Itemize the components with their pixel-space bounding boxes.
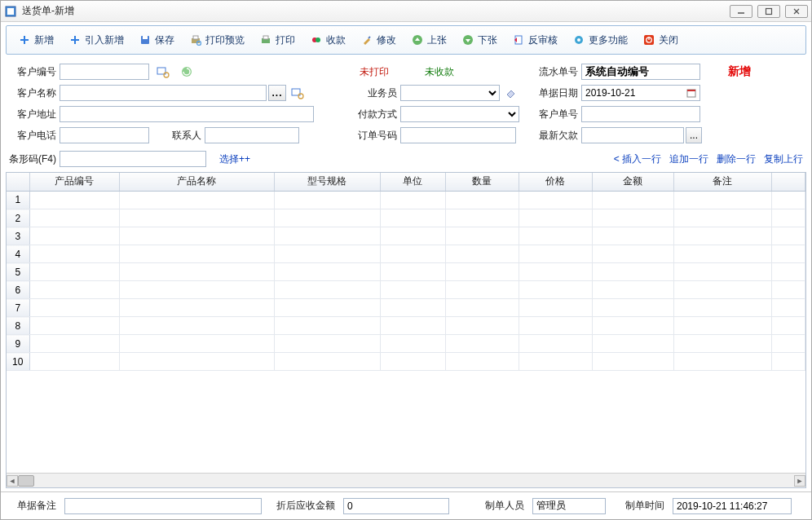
customer-name-input[interactable]: [60, 85, 267, 101]
contact-input[interactable]: [205, 127, 299, 143]
cell[interactable]: [771, 299, 805, 317]
cell[interactable]: [380, 299, 445, 317]
cell[interactable]: [445, 209, 519, 227]
cell[interactable]: [673, 299, 771, 317]
cell[interactable]: [29, 281, 119, 299]
cell[interactable]: [119, 353, 274, 371]
customer-no-input[interactable]: [60, 64, 149, 80]
cell[interactable]: [771, 245, 805, 263]
cell[interactable]: [592, 192, 673, 209]
cell[interactable]: [673, 317, 771, 335]
cell[interactable]: [119, 192, 274, 209]
cell[interactable]: [119, 335, 274, 353]
col-product-name[interactable]: 产品名称: [119, 173, 274, 191]
cell[interactable]: [380, 227, 445, 245]
cell[interactable]: [673, 281, 771, 299]
scroll-right-arrow[interactable]: ►: [794, 475, 805, 487]
cell[interactable]: [519, 299, 592, 317]
cell[interactable]: [445, 227, 519, 245]
cell[interactable]: [29, 335, 119, 353]
cell[interactable]: [380, 192, 445, 209]
cell[interactable]: [771, 192, 805, 209]
print-button[interactable]: 打印: [253, 29, 302, 51]
cell[interactable]: [519, 209, 592, 227]
cell[interactable]: [274, 281, 380, 299]
cell[interactable]: [29, 353, 119, 371]
cell[interactable]: [29, 263, 119, 281]
cell[interactable]: [380, 281, 445, 299]
refresh-icon[interactable]: [180, 65, 193, 78]
copy-row-link[interactable]: 复制上行: [764, 152, 803, 166]
horizontal-scrollbar[interactable]: ◄ ►: [7, 473, 805, 487]
cell[interactable]: [119, 281, 274, 299]
import-new-button[interactable]: 引入新增: [62, 29, 130, 51]
lookup-icon[interactable]: [154, 64, 172, 80]
cell[interactable]: [29, 192, 119, 209]
next-button[interactable]: 下张: [455, 29, 504, 51]
maker-input[interactable]: [532, 498, 606, 514]
last-debt-input[interactable]: [581, 127, 684, 143]
col-product-no[interactable]: 产品编号: [29, 173, 119, 191]
cell[interactable]: [519, 227, 592, 245]
table-row[interactable]: 3: [7, 227, 805, 245]
cell[interactable]: [119, 317, 274, 335]
save-button[interactable]: 保存: [132, 29, 181, 51]
customer-tel-input[interactable]: [60, 127, 149, 143]
cell[interactable]: [29, 317, 119, 335]
cell[interactable]: [445, 353, 519, 371]
col-spec[interactable]: 型号规格: [274, 173, 380, 191]
cell[interactable]: [274, 192, 380, 209]
cell[interactable]: [673, 245, 771, 263]
cell[interactable]: [771, 353, 805, 371]
cell[interactable]: [274, 227, 380, 245]
cell[interactable]: [274, 335, 380, 353]
cell[interactable]: [445, 192, 519, 209]
cell[interactable]: [274, 263, 380, 281]
cell[interactable]: [29, 299, 119, 317]
cell[interactable]: [673, 192, 771, 209]
cell[interactable]: [673, 263, 771, 281]
cell[interactable]: [592, 299, 673, 317]
table-row[interactable]: 4: [7, 245, 805, 263]
insert-row-link[interactable]: < 插入一行: [614, 152, 661, 166]
order-no-input[interactable]: [400, 127, 516, 143]
cell[interactable]: [445, 317, 519, 335]
cell[interactable]: [592, 281, 673, 299]
cell[interactable]: [119, 263, 274, 281]
cell[interactable]: [592, 227, 673, 245]
receive-button[interactable]: 收款: [303, 29, 352, 51]
modify-button[interactable]: 修改: [354, 29, 403, 51]
cell[interactable]: [771, 227, 805, 245]
table-row[interactable]: 1: [7, 192, 805, 209]
prev-button[interactable]: 上张: [404, 29, 453, 51]
cell[interactable]: [771, 317, 805, 335]
last-debt-more-button[interactable]: ...: [686, 127, 702, 143]
cell[interactable]: [673, 227, 771, 245]
col-remark[interactable]: 备注: [673, 173, 771, 191]
cell[interactable]: [771, 263, 805, 281]
cell[interactable]: [380, 353, 445, 371]
pay-method-select[interactable]: [400, 106, 519, 122]
table-row[interactable]: 7: [7, 299, 805, 317]
remark-input[interactable]: [64, 498, 262, 514]
table-row[interactable]: 9: [7, 335, 805, 353]
cell[interactable]: [274, 317, 380, 335]
cell[interactable]: [592, 209, 673, 227]
cell[interactable]: [519, 245, 592, 263]
table-row[interactable]: 10: [7, 353, 805, 371]
cell[interactable]: [771, 281, 805, 299]
minimize-button[interactable]: [730, 5, 752, 18]
col-unit[interactable]: 单位: [380, 173, 445, 191]
cell[interactable]: [445, 335, 519, 353]
cell[interactable]: [592, 263, 673, 281]
cell[interactable]: [592, 317, 673, 335]
customer-addr-input[interactable]: [60, 106, 314, 122]
cell[interactable]: [119, 209, 274, 227]
time-input[interactable]: [673, 498, 792, 514]
cell[interactable]: [380, 263, 445, 281]
discount-input[interactable]: [343, 498, 449, 514]
table-row[interactable]: 6: [7, 281, 805, 299]
choose-link[interactable]: 选择++: [219, 152, 250, 166]
cell[interactable]: [673, 209, 771, 227]
maximize-button[interactable]: [757, 5, 780, 18]
